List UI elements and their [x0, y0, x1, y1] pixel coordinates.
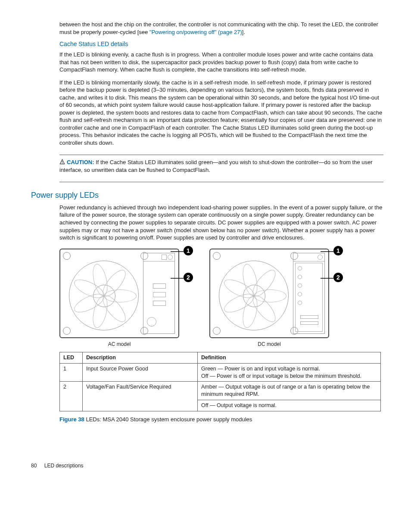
page-number: 80 [31, 463, 37, 469]
intro-text-post: ]. [242, 29, 245, 35]
intro-paragraph: between the host and the chip on the con… [59, 21, 383, 36]
dc-psu-drawing [209, 249, 329, 338]
dc-psu-figure: 1 2 DC model [209, 249, 329, 348]
cell-desc-2: Voltage/Fan Fault/Service Required [83, 382, 198, 411]
figure-area: 1 2 AC model [59, 249, 383, 348]
power-para: Power redundancy is achieved through two… [59, 204, 383, 242]
cell-def-2a: Amber — Output voltage is out of range o… [198, 382, 381, 400]
led-table: LED Description Definition 1 Input Sourc… [59, 352, 381, 411]
svg-point-1 [62, 163, 62, 163]
th-definition: Definition [198, 352, 381, 363]
cache-para2: If the LED is blinking momentarily slowl… [59, 79, 383, 147]
figure-label: Figure 38 [59, 416, 84, 423]
th-description: Description [83, 352, 198, 363]
cell-led-1: 1 [60, 363, 83, 382]
cell-desc-1: Input Source Power Good [83, 363, 198, 382]
power-supply-heading: Power supply LEDs [31, 190, 383, 200]
dc-callout-2: 2 [333, 273, 343, 282]
caution-triangle-icon [59, 159, 65, 167]
footer-section: LED descriptions [44, 463, 84, 469]
ac-caption: AC model [108, 341, 131, 348]
cell-led-2: 2 [60, 382, 83, 411]
cell-def-1: Green — Power is on and input voltage is… [198, 363, 381, 382]
cache-para1: If the LED is blinking evenly, a cache f… [59, 51, 383, 74]
ac-psu-drawing [59, 249, 179, 338]
caution-divider-bottom [59, 182, 383, 182]
caution-text: If the Cache Status LED illuminates soli… [59, 159, 373, 174]
caution-label: CAUTION: [67, 159, 94, 165]
caution-divider-top [59, 155, 383, 155]
cache-status-heading: Cache Status LED details [59, 40, 383, 48]
dc-callout-1: 1 [333, 246, 343, 255]
figure-caption-text: LEDs: MSA 2040 Storage system enclosure … [86, 416, 252, 423]
dc-caption: DC model [258, 341, 280, 348]
caution-block: CAUTION: If the Cache Status LED illumin… [59, 159, 383, 174]
ac-psu-figure: 1 2 AC model [59, 249, 179, 348]
figure-caption: Figure 38 LEDs: MSA 2040 Storage system … [59, 416, 383, 423]
ac-callout-1: 1 [184, 246, 193, 255]
table-row: 2 Voltage/Fan Fault/Service Required Amb… [60, 382, 381, 400]
th-led: LED [60, 352, 83, 363]
cell-def-2b: Off — Output voltage is normal. [198, 400, 381, 411]
table-row: 1 Input Source Power Good Green — Power … [60, 363, 381, 382]
page-footer: 80 LED descriptions [31, 462, 383, 469]
table-header-row: LED Description Definition [60, 352, 381, 363]
ac-callout-2: 2 [184, 273, 193, 282]
power-cycle-link[interactable]: "Powering on/powering off" (page 27) [149, 29, 242, 35]
